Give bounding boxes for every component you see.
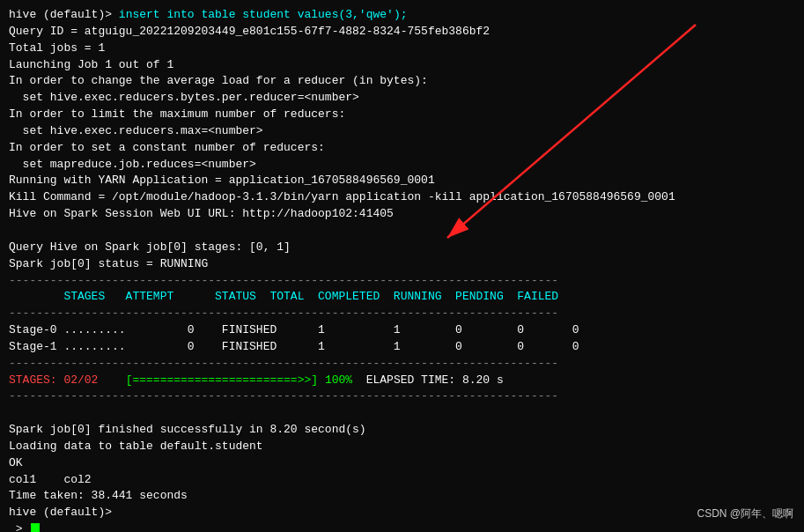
hive-prompt-line: hive (default)>: [9, 505, 795, 521]
watermark: CSDN @阿年、嗯啊: [697, 506, 793, 521]
loading-line: Loading data to table default.student: [9, 439, 795, 455]
blank2: [9, 405, 795, 422]
hive-session-line: Hive on Spark Session Web UI URL: http:/…: [9, 206, 795, 223]
stages-label: STAGES: 02/02: [9, 373, 98, 387]
separator1: ----------------------------------------…: [9, 273, 795, 290]
limit-reducers-line: In order to limit the maximum number of …: [9, 107, 795, 123]
launching-line: Launching Job 1 out of 1: [9, 57, 795, 74]
cursor-line: >: [9, 521, 795, 532]
spark-status-line: Spark job[0] status = RUNNING: [9, 256, 795, 273]
set1-line: set hive.exec.reducers.bytes.per.reducer…: [9, 90, 795, 107]
total-jobs-line: Total jobs = 1: [9, 41, 795, 57]
progress-bar: [========================>>] 100%: [126, 373, 352, 387]
avg-load-line: In order to change the average load for …: [9, 73, 795, 90]
separator3: ----------------------------------------…: [9, 356, 795, 373]
table-header-line: STAGES ATTEMPT STATUS TOTAL COMPLETED RU…: [9, 289, 795, 306]
query-id-line: Query ID = atguigu_20221209203449_e801c1…: [9, 24, 795, 41]
cols-line: col1 col2: [9, 472, 795, 489]
stage0-line: Stage-0 ......... 0 FINISHED 1 1 0 0 0: [9, 322, 795, 339]
separator2: ----------------------------------------…: [9, 306, 795, 322]
ok-line: OK: [9, 455, 795, 472]
set3-line: set mapreduce.job.reduces=<number>: [9, 157, 795, 174]
cmd-line: hive (default)> insert into table studen…: [9, 7, 795, 24]
terminal-window: hive (default)> insert into table studen…: [0, 0, 804, 532]
cursor: [31, 523, 40, 532]
constant-reducers-line: In order to set a constant number of red…: [9, 140, 795, 157]
stage1-line: Stage-1 ......... 0 FINISHED 1 1 0 0 0: [9, 339, 795, 356]
set2-line: set hive.exec.reducers.max=<number>: [9, 123, 795, 140]
separator4: ----------------------------------------…: [9, 388, 795, 405]
kill-cmd-line: Kill Command = /opt/module/hadoop-3.1.3/…: [9, 189, 795, 206]
yarn-app-line: Running with YARN Application = applicat…: [9, 173, 795, 189]
stages-progress-line: STAGES: 02/02 [========================>…: [9, 373, 795, 389]
time-line: Time taken: 38.441 seconds: [9, 488, 795, 505]
blank1: [9, 223, 795, 240]
finished-line: Spark job[0] finished successfully in 8.…: [9, 422, 795, 439]
spark-stages-line: Query Hive on Spark job[0] stages: [0, 1…: [9, 240, 795, 256]
